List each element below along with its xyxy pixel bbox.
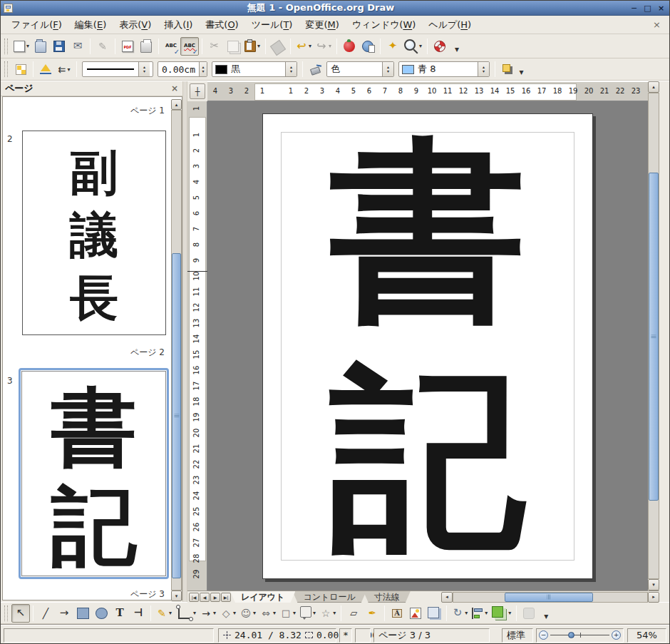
rotate-button[interactable]: ↻▾ <box>450 604 470 623</box>
chart-button[interactable] <box>340 37 359 56</box>
last-page-button[interactable]: ▶| <box>221 593 231 602</box>
lines-arrows-button[interactable]: →▾ <box>198 604 218 623</box>
shadow-button[interactable] <box>498 60 517 78</box>
ruler-origin-button[interactable]: ┼ <box>190 83 205 99</box>
first-page-button[interactable]: |◀ <box>189 593 199 602</box>
line-width-spinner[interactable]: ▴ ▾ <box>199 62 207 76</box>
menu-format[interactable]: 書式(O) <box>199 16 244 34</box>
toolbar-grip[interactable] <box>4 39 8 54</box>
curve-tool-button[interactable]: ✎▾ <box>154 604 174 623</box>
spin-down-icon[interactable]: ▾ <box>483 69 485 73</box>
open-button[interactable] <box>31 37 50 56</box>
dropdown-caret-icon[interactable]: ▾ <box>333 610 336 616</box>
toolbar-options-button[interactable]: ▾ <box>517 65 526 79</box>
fill-style-label[interactable]: 色 <box>327 63 382 76</box>
toolbar-options-button[interactable]: ▾ <box>449 42 465 56</box>
stars-button[interactable]: ☆▾ <box>318 604 338 623</box>
dropdown-caret-icon[interactable]: ▾ <box>26 43 29 49</box>
title-bar[interactable]: 無題 1 - OpenOffice.org Draw ─ □ × <box>1 1 669 16</box>
line-color-label[interactable]: 黒 <box>227 63 285 76</box>
dropdown-caret-icon[interactable]: ▾ <box>508 610 511 616</box>
menu-help[interactable]: ヘルプ(H) <box>422 16 478 34</box>
menu-edit[interactable]: 編集(E) <box>68 16 113 34</box>
tab-dimension-lines[interactable]: 寸法線 <box>364 591 411 603</box>
dropdown-caret-icon[interactable]: ▾ <box>419 43 422 49</box>
spin-down-icon[interactable]: ▾ <box>202 69 204 73</box>
line-dialog-button[interactable] <box>36 60 55 78</box>
horizontal-scrollbar-track[interactable] <box>453 592 648 603</box>
select-tool-button[interactable]: ↖ <box>11 604 30 623</box>
line-style-spinner[interactable]: ▴ ▾ <box>138 62 150 76</box>
insert-image-button[interactable] <box>406 604 425 623</box>
save-button[interactable] <box>50 37 68 56</box>
hyperlink-button[interactable] <box>359 37 377 56</box>
status-zoom-segment[interactable]: 54% <box>627 628 666 643</box>
symbol-shapes-button[interactable]: ☺▾ <box>238 604 258 623</box>
dropdown-caret-icon[interactable]: ▾ <box>465 610 468 616</box>
page-2-thumbnail[interactable]: 副議長 <box>22 131 166 335</box>
callouts-button[interactable]: ▾ <box>298 604 318 623</box>
text-tool-button[interactable]: T <box>110 604 129 623</box>
fill-color-spinner[interactable]: ▴ ▾ <box>478 62 489 76</box>
zoom-slider[interactable]: − + <box>539 630 621 640</box>
email-button[interactable]: ✉ <box>68 37 87 56</box>
dropdown-caret-icon[interactable]: ▾ <box>485 610 488 616</box>
line-arrow-end-tool-button[interactable]: → <box>55 604 73 623</box>
fill-style-spinner[interactable]: ▴ ▾ <box>382 62 393 76</box>
block-arrows-button[interactable]: ⇔▾ <box>258 604 278 623</box>
dropdown-caret-icon[interactable]: ▾ <box>329 43 331 49</box>
page[interactable]: 書記 <box>262 113 593 579</box>
dropdown-caret-icon[interactable]: ▾ <box>67 66 70 73</box>
dropdown-caret-icon[interactable]: ▾ <box>309 43 311 49</box>
h-ruler[interactable]: 4321123456789101112131415161718192021222… <box>207 81 648 101</box>
gallery-button[interactable] <box>425 604 443 623</box>
ellipse-tool-button[interactable] <box>92 604 110 623</box>
menu-modify[interactable]: 変更(M) <box>299 16 345 34</box>
status-page-segment[interactable]: ページ 3 / 3 <box>373 628 490 643</box>
document-close-button[interactable]: × <box>649 19 665 30</box>
menu-view[interactable]: 表示(V) <box>113 16 158 34</box>
spellcheck-button[interactable]: ABC✓ <box>162 37 180 56</box>
fill-button[interactable] <box>306 60 324 78</box>
line-color-combo[interactable]: 黒 ▴ ▾ <box>212 61 297 77</box>
panel-splitter[interactable] <box>182 81 187 602</box>
spin-down-icon[interactable]: ▾ <box>387 69 389 73</box>
vertical-scroll-up-button[interactable]: ▴ <box>648 81 659 93</box>
dropdown-caret-icon[interactable]: ▾ <box>293 610 296 616</box>
page-text[interactable]: 書記 <box>329 118 527 572</box>
panel-scroll-down-button[interactable]: ▾ <box>171 591 182 601</box>
glue-points-button[interactable]: ✒ <box>363 604 381 623</box>
basic-shapes-button[interactable]: ◇▾ <box>218 604 238 623</box>
status-style-segment[interactable]: 標準 <box>502 628 533 643</box>
zoom-slider-track[interactable] <box>550 630 609 640</box>
horizontal-scroll-left-button[interactable]: ◂ <box>441 592 453 603</box>
maximize-button[interactable]: □ <box>642 3 653 14</box>
edit-points-button[interactable]: ▱ <box>344 604 363 623</box>
dropdown-caret-icon[interactable]: ▾ <box>169 610 172 616</box>
rectangle-tool-button[interactable] <box>73 604 92 623</box>
close-button[interactable]: × <box>656 3 666 14</box>
dropdown-caret-icon[interactable]: ▾ <box>193 610 196 616</box>
line-tool-button[interactable]: ╱ <box>36 604 55 623</box>
horizontal-scrollbar[interactable]: ◂ ▸ <box>441 591 659 603</box>
line-width-spinbox[interactable]: 0.00cm ▴ ▾ <box>158 61 207 77</box>
zoom-in-button[interactable]: + <box>612 630 621 640</box>
panel-scroll-up-button[interactable]: ▴ <box>171 99 182 110</box>
auto-spellcheck-button[interactable]: ABC✓ <box>180 37 199 56</box>
menu-window[interactable]: ウィンドウ(W) <box>346 16 423 34</box>
export-pdf-button[interactable]: PDF <box>118 37 137 56</box>
arrange-button[interactable]: ▾ <box>490 604 513 623</box>
page-3-thumbnail[interactable]: 書記 <box>19 368 169 579</box>
vertical-scrollbar-thumb[interactable] <box>649 173 659 501</box>
menu-tools[interactable]: ツール(T) <box>245 16 299 34</box>
status-position-segment[interactable]: 24.01 / 8.32 0.00 x 0.00 <box>218 628 336 643</box>
dropdown-caret-icon[interactable]: ▾ <box>233 610 236 616</box>
line-width-value[interactable]: 0.00cm <box>158 64 199 75</box>
tab-layout[interactable]: レイアウト <box>230 591 295 603</box>
flowchart-button[interactable]: □▾ <box>278 604 298 623</box>
dropdown-caret-icon[interactable]: ▾ <box>257 43 260 49</box>
dropdown-caret-icon[interactable]: ▾ <box>213 610 216 616</box>
dropdown-caret-icon[interactable]: ▾ <box>313 610 316 616</box>
minimize-button[interactable]: ─ <box>629 3 639 14</box>
fill-color-label[interactable]: 青 8 <box>414 63 478 76</box>
